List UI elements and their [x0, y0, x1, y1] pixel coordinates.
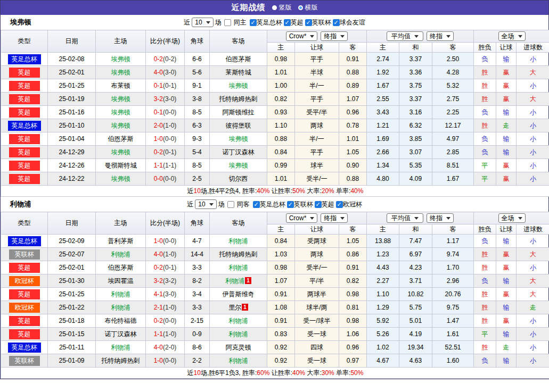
checkbox-checked-icon[interactable]: ✓	[250, 19, 257, 26]
away-odds-cell: 0.98	[339, 288, 367, 301]
sub-header-result-handicap: 让球	[496, 224, 517, 235]
date-cell: 25-01-19	[48, 93, 96, 106]
table-row: 英足总杯25-02-08埃弗顿0-2(0-2)6-6伯恩茅斯0.98平手0.91…	[1, 53, 549, 66]
handicap-line-cell: 平手	[295, 93, 339, 106]
league-badge: 英超	[9, 329, 40, 339]
half-score: (1-0)	[163, 122, 176, 129]
odds-source-select[interactable]: Crow*	[286, 31, 318, 41]
team-name: 莱斯特城	[226, 69, 251, 76]
match-count-select[interactable]: 10	[192, 18, 213, 27]
full-score: 0-2	[154, 55, 163, 63]
checkbox-checked-icon[interactable]: ✓	[253, 201, 260, 208]
avg-source-select[interactable]: 平均值	[387, 31, 423, 41]
score-cell: 0-2(0-2)	[146, 53, 185, 66]
away-odds-cell: 0.96	[339, 106, 367, 119]
league-cell: 英超	[1, 93, 48, 106]
avg-period-select[interactable]: 终指	[427, 213, 454, 223]
result-wdl-cell: 负	[474, 146, 496, 159]
result-handicap-cell: 赢	[496, 261, 517, 274]
checkbox-checked-icon[interactable]: ✓	[315, 201, 322, 208]
result-wdl-cell: 负	[474, 274, 496, 288]
horizontal-layout-radio[interactable]: 横版	[298, 3, 318, 12]
match-count-value: 10	[195, 19, 202, 26]
avg-home-cell: 1.67	[367, 79, 399, 93]
date-cell: 24-12-26	[48, 159, 96, 172]
league-filter-checkbox[interactable]: ✓英联杯	[287, 200, 313, 209]
result-goals-cell: 大	[517, 274, 549, 288]
same-venue-checkbox[interactable]	[224, 19, 231, 26]
team-name: 埃弗顿	[111, 175, 130, 182]
avg-home-cell: 4.67	[367, 354, 399, 368]
result-handicap-cell: 输	[496, 354, 517, 368]
col-header-home: 主场	[96, 212, 146, 235]
red-card-badge: 1	[242, 304, 248, 311]
summary-text-segment: 10	[194, 369, 201, 377]
avg-period-select[interactable]: 终指	[427, 31, 454, 41]
away-odds-cell: 0.97	[339, 354, 367, 368]
avg-home-cell: 2.55	[367, 93, 399, 106]
summary-text-segment: 60%	[257, 369, 269, 377]
odds-period-select[interactable]: 终指	[321, 213, 348, 223]
league-badge: 英超	[9, 134, 40, 144]
checkbox-checked-icon[interactable]: ✓	[333, 19, 340, 26]
checkbox-checked-icon[interactable]: ✓	[287, 201, 294, 208]
avg-home-cell: 1.21	[367, 119, 399, 132]
league-badge: 欧冠杯	[9, 276, 40, 286]
team-name: 埃弗顿	[229, 135, 248, 143]
home-team-cell: 埃弗顿	[96, 53, 146, 66]
col-header-away: 客场	[210, 30, 267, 53]
scope-select[interactable]: 全场	[498, 31, 526, 41]
chevron-down-icon	[340, 217, 345, 220]
scope-select[interactable]: 全场	[498, 213, 526, 223]
match-count-select[interactable]: 10	[195, 199, 216, 209]
league-cell: 欧冠杯	[1, 274, 48, 288]
same-venue-checkbox[interactable]	[227, 201, 234, 208]
checkbox-checked-icon[interactable]: ✓	[284, 19, 291, 26]
handicap-line-cell: 受半/一	[295, 172, 339, 186]
score-cell: 4-0(2-0)	[146, 341, 185, 354]
league-filter-checkbox[interactable]: ✓英超	[284, 18, 304, 27]
result-wdl-cell: 胜	[474, 314, 496, 328]
league-filter-checkbox[interactable]: ✓球会友谊	[333, 18, 365, 27]
league-cell: 英超	[1, 106, 48, 119]
league-filter-checkbox[interactable]: ✓欧冠杯	[336, 200, 362, 209]
sub-header-odds-away: 客	[339, 224, 367, 235]
summary-text-segment: 让胜率:	[269, 369, 292, 377]
score-cell: 1-0(0-0)	[146, 354, 185, 368]
odds-source-select[interactable]: Crow*	[286, 213, 318, 223]
result-wdl-cell: 负	[474, 354, 496, 368]
avg-home-cell: 1.29	[367, 301, 399, 314]
home-team-cell: 普利茅斯	[96, 235, 146, 248]
chevron-down-icon	[518, 35, 522, 38]
date-cell: 25-01-11	[48, 341, 96, 354]
league-filter-checkbox[interactable]: ✓英足总杯	[253, 200, 285, 209]
team-name: 阿克灵顿	[226, 344, 251, 351]
full-score: 3-2	[154, 95, 163, 103]
corners-cell: 4-7	[185, 235, 210, 248]
corners-cell: 3-3	[185, 261, 210, 274]
sub-header-result-goals: 进球数	[517, 224, 549, 235]
odds-period-select[interactable]: 终指	[321, 31, 348, 41]
checkbox-checked-icon[interactable]: ✓	[336, 201, 343, 208]
checkbox-checked-icon[interactable]: ✓	[305, 19, 312, 26]
section-team-name: 埃弗顿	[10, 18, 31, 27]
away-team-cell: 切尔西	[210, 172, 267, 186]
vertical-layout-radio[interactable]: 竖版	[272, 3, 292, 12]
avg-home-cell: 5.92	[367, 314, 399, 328]
avg-source-select[interactable]: 平均值	[387, 213, 423, 223]
avg-away-cell: 5.32	[432, 79, 474, 93]
league-filter-label: 英联杯	[294, 200, 313, 209]
league-filter-checkbox[interactable]: ✓英超	[315, 200, 334, 209]
league-filter-checkbox[interactable]: ✓英联杯	[305, 18, 331, 27]
avg-away-cell: 8.51	[432, 159, 474, 172]
date-cell: 25-02-08	[48, 53, 96, 66]
date-cell: 25-01-15	[48, 328, 96, 341]
summary-text-segment: 大率:	[305, 187, 322, 195]
summary-text-segment: 40%	[257, 187, 269, 195]
home-odds-cell: 0.98	[267, 261, 295, 274]
avg-away-cell: 4.28	[432, 66, 474, 79]
match-count-value: 10	[198, 201, 205, 208]
league-filter-checkbox[interactable]: ✓英足总杯	[250, 18, 282, 27]
home-odds-cell: 0.93	[267, 106, 295, 119]
avg-home-cell: 4.43	[367, 261, 399, 274]
